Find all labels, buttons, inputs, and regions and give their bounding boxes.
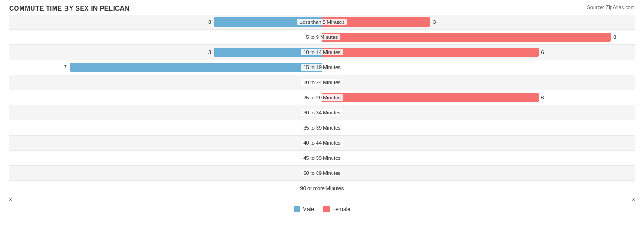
- table-row: 025 to 29 Minutes6: [9, 90, 635, 105]
- male-value: 0: [317, 34, 319, 40]
- female-value: 0: [325, 170, 327, 176]
- male-value: 3: [208, 49, 211, 55]
- female-value: 0: [325, 80, 327, 85]
- female-section: 0: [322, 60, 635, 75]
- female-section: 6: [322, 45, 635, 60]
- female-value: 6: [541, 95, 544, 100]
- male-value: 0: [317, 185, 319, 191]
- female-value: 0: [325, 140, 327, 146]
- female-value: 3: [433, 19, 436, 25]
- male-section: 0: [9, 151, 322, 165]
- chart-container: COMMUTE TIME BY SEX IN PELICAN Source: Z…: [0, 0, 644, 239]
- male-section: 0: [9, 30, 322, 44]
- female-bar: [322, 17, 430, 27]
- male-label: Male: [302, 206, 314, 212]
- female-value: 0: [325, 185, 327, 191]
- male-section: 0: [9, 75, 322, 90]
- male-value: 0: [317, 155, 319, 161]
- female-swatch: [323, 206, 330, 212]
- female-section: 6: [322, 90, 635, 105]
- male-section: 3: [9, 45, 322, 60]
- female-section: 0: [322, 136, 635, 150]
- bars-area: 3Less than 5 Minutes305 to 9 Minutes8310…: [9, 15, 635, 196]
- male-section: 7: [9, 60, 322, 75]
- female-value: 0: [325, 125, 327, 130]
- table-row: 3Less than 5 Minutes3: [9, 15, 635, 30]
- female-value: 8: [613, 34, 616, 40]
- male-bar: [70, 63, 322, 72]
- female-value: 0: [325, 110, 327, 115]
- table-row: 090 or more Minutes0: [9, 181, 635, 196]
- legend-female: Female: [323, 206, 350, 212]
- male-value: 0: [317, 125, 319, 130]
- male-value: 0: [317, 80, 319, 85]
- male-section: 0: [9, 105, 322, 120]
- legend: Male Female: [9, 206, 635, 212]
- male-value: 0: [317, 140, 319, 146]
- male-swatch: [294, 206, 300, 212]
- male-section: 0: [9, 90, 322, 105]
- table-row: 060 to 89 Minutes0: [9, 166, 635, 181]
- male-section: 0: [9, 136, 322, 150]
- axis-right: 8: [632, 197, 635, 202]
- axis-left: 8: [9, 197, 12, 202]
- table-row: 030 to 34 Minutes0: [9, 105, 635, 120]
- female-value: 0: [325, 65, 327, 70]
- female-section: 8: [322, 30, 635, 44]
- male-value: 7: [64, 65, 67, 70]
- female-value: 0: [325, 155, 327, 161]
- female-section: 0: [322, 151, 635, 165]
- male-section: 0: [9, 120, 322, 135]
- male-value: 0: [317, 95, 319, 100]
- table-row: 020 to 24 Minutes0: [9, 75, 635, 90]
- female-bar: [322, 93, 539, 102]
- male-bar: [214, 48, 322, 57]
- table-row: 040 to 44 Minutes0: [9, 136, 635, 151]
- female-bar: [322, 33, 611, 42]
- table-row: 310 to 14 Minutes6: [9, 45, 635, 60]
- female-section: 0: [322, 181, 635, 196]
- table-row: 035 to 39 Minutes0: [9, 120, 635, 136]
- female-label: Female: [332, 206, 350, 212]
- table-row: 045 to 59 Minutes0: [9, 151, 635, 166]
- female-section: 0: [322, 105, 635, 120]
- female-value: 6: [541, 49, 544, 55]
- male-section: 0: [9, 181, 322, 196]
- male-bar: [214, 17, 322, 27]
- table-row: 715 to 19 Minutes0: [9, 60, 635, 75]
- legend-male: Male: [294, 206, 314, 212]
- female-section: 0: [322, 75, 635, 90]
- female-section: 3: [322, 15, 635, 29]
- male-section: 0: [9, 166, 322, 180]
- chart-title: COMMUTE TIME BY SEX IN PELICAN: [9, 5, 635, 12]
- female-bar: [322, 48, 539, 57]
- male-value: 3: [208, 19, 211, 25]
- axis-labels: 8 8: [9, 196, 635, 203]
- female-section: 0: [322, 166, 635, 180]
- source-label: Source: ZipAtlas.com: [587, 5, 635, 10]
- male-value: 0: [317, 170, 319, 176]
- male-value: 0: [317, 110, 319, 115]
- female-section: 0: [322, 120, 635, 135]
- male-section: 3: [9, 15, 322, 29]
- table-row: 05 to 9 Minutes8: [9, 30, 635, 45]
